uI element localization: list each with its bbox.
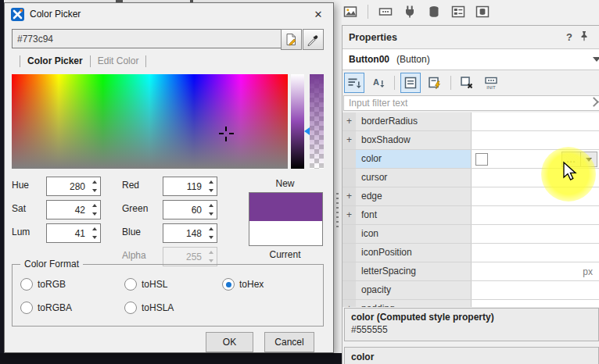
hue-label: Hue <box>12 180 29 191</box>
radio-selected-icon <box>222 278 235 291</box>
close-icon[interactable]: ✕ <box>308 5 328 23</box>
alpha-slider[interactable] <box>310 74 324 169</box>
filter-input[interactable] <box>343 95 599 111</box>
expand-icon[interactable]: + <box>343 131 356 149</box>
radio-tohex[interactable]: toHex <box>222 278 264 291</box>
form-fields-icon[interactable] <box>451 5 465 19</box>
help-icon[interactable]: ? <box>566 31 572 43</box>
swatch-box <box>249 192 323 246</box>
cancel-button[interactable]: Cancel <box>264 332 314 352</box>
event-view-button[interactable] <box>425 73 445 93</box>
spin-down-icon <box>209 212 213 216</box>
hue-saturation-field[interactable] <box>12 74 288 169</box>
property-row-borderradius[interactable]: + borderRadius <box>343 112 599 131</box>
panel-splitter-handle[interactable] <box>336 193 339 229</box>
color-checkbox[interactable] <box>475 153 488 166</box>
expand-icon[interactable] <box>343 169 356 187</box>
property-view-button[interactable] <box>400 73 421 93</box>
eyedropper-button[interactable] <box>303 29 324 50</box>
properties-toolbar: A <box>344 71 501 95</box>
hex-color-input[interactable] <box>12 29 283 48</box>
property-row-font[interactable]: + font <box>343 206 599 225</box>
radio-tohsla[interactable]: toHSLA <box>124 302 174 314</box>
property-value[interactable] <box>471 112 599 130</box>
pin-icon[interactable] <box>579 30 590 41</box>
red-stepper[interactable]: 119 <box>163 177 217 196</box>
radio-icon <box>20 302 33 314</box>
spin-up-icon <box>92 204 97 207</box>
spin-down-icon <box>92 212 97 216</box>
expand-icon[interactable] <box>343 262 356 280</box>
blue-label: Blue <box>122 227 141 237</box>
tab-edit-color[interactable]: Edit Color <box>98 55 139 66</box>
tab-color-picker[interactable]: Color Picker <box>27 55 83 66</box>
expand-icon[interactable] <box>343 150 356 168</box>
ellipsis-box-icon[interactable] <box>378 5 393 19</box>
blue-stepper[interactable]: 148 <box>163 223 217 243</box>
luminance-slider[interactable] <box>291 74 304 169</box>
property-value[interactable] <box>471 244 599 262</box>
radio-torgb[interactable]: toRGB <box>20 278 66 291</box>
app-logo-icon <box>11 8 24 21</box>
property-row-icon[interactable]: icon <box>343 225 599 244</box>
svg-text:INIT: INIT <box>486 85 496 90</box>
hue-stepper[interactable]: 280 <box>46 177 101 196</box>
radio-icon <box>124 302 137 314</box>
dialog-tabs: Color Picker Edit Color <box>13 53 153 69</box>
list-view-icon <box>404 76 418 90</box>
radio-torgba[interactable]: toRGBA <box>20 302 72 314</box>
green-label: Green <box>122 203 148 214</box>
luminance-slider-handle[interactable] <box>304 127 310 135</box>
property-value[interactable] <box>471 300 599 307</box>
box-cross-icon <box>460 76 474 90</box>
property-row-iconposition[interactable]: iconPosition <box>343 244 599 262</box>
red-label: Red <box>122 180 139 191</box>
radio-icon <box>20 278 33 291</box>
plug-icon[interactable] <box>403 5 417 19</box>
expand-icon[interactable]: + <box>343 112 356 130</box>
object-type: (Button) <box>396 54 430 65</box>
current-swatch-label: Current <box>248 249 322 260</box>
bound-property-button[interactable] <box>457 73 477 93</box>
radio-icon <box>124 278 137 291</box>
color-crosshair-handle[interactable] <box>219 127 234 141</box>
spin-up-icon <box>92 227 97 230</box>
expand-icon[interactable]: + <box>343 206 356 224</box>
expand-icon[interactable] <box>343 281 356 299</box>
property-row-padding[interactable]: + padding <box>343 300 599 307</box>
radio-tohsl[interactable]: toHSL <box>124 278 167 291</box>
dialog-titlebar[interactable]: Color Picker <box>5 3 333 25</box>
expand-icon[interactable] <box>343 244 356 262</box>
sat-stepper[interactable]: 42 <box>46 200 101 219</box>
object-selector[interactable]: Button00 (Button) <box>343 48 599 70</box>
alphabetical-sort-button[interactable]: A <box>368 73 389 93</box>
edit-color-button[interactable] <box>281 29 302 50</box>
current-color-swatch <box>249 221 322 245</box>
spin-down-icon <box>92 189 97 192</box>
expand-icon[interactable]: + <box>343 300 356 307</box>
spin-down-icon <box>92 236 97 239</box>
new-swatch-label: New <box>248 178 322 189</box>
boxed-database-icon[interactable] <box>475 5 490 19</box>
eyedropper-icon <box>307 33 320 46</box>
property-row-letterspacing[interactable]: letterSpacing px <box>343 262 599 281</box>
dialog-title: Color Picker <box>30 9 81 20</box>
init-icon: INIT <box>483 76 499 90</box>
property-value[interactable] <box>471 206 599 224</box>
image-icon[interactable] <box>343 5 357 19</box>
database-icon[interactable] <box>427 5 441 19</box>
property-value[interactable]: px <box>471 262 599 280</box>
lum-stepper[interactable]: 41 <box>46 223 101 243</box>
expand-icon[interactable]: + <box>343 187 356 205</box>
property-value[interactable] <box>471 131 599 149</box>
sort-order-button[interactable] <box>344 73 364 93</box>
property-row-opacity[interactable]: opacity <box>343 281 599 300</box>
properties-title: Properties <box>349 32 397 43</box>
ok-button[interactable]: OK <box>206 332 253 352</box>
init-view-button[interactable]: INIT <box>481 73 501 93</box>
page-edit-icon <box>285 33 298 46</box>
green-stepper[interactable]: 60 <box>163 200 217 219</box>
expand-icon[interactable] <box>343 225 356 243</box>
property-value[interactable] <box>471 281 599 299</box>
property-value[interactable] <box>471 225 599 243</box>
